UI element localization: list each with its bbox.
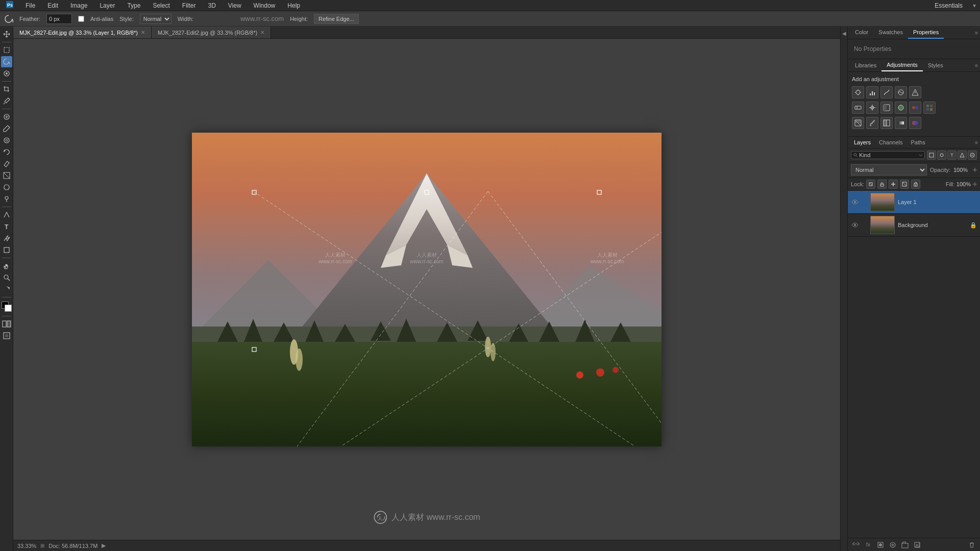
dodge-tool[interactable]	[1, 193, 12, 205]
adj-levels[interactable]	[866, 86, 878, 98]
fx-btn[interactable]: fx	[863, 540, 873, 550]
adj-selective-color[interactable]	[909, 117, 921, 129]
menu-type[interactable]: Type	[125, 1, 142, 10]
gradient-tool[interactable]	[1, 170, 12, 181]
adj-hue-sat[interactable]	[852, 102, 864, 114]
quick-mask-tool[interactable]	[1, 318, 12, 330]
adj-color-lookup[interactable]	[923, 102, 936, 114]
rotate-tool[interactable]	[1, 284, 12, 295]
adj-brightness[interactable]	[852, 86, 864, 98]
healing-brush-tool[interactable]	[1, 111, 12, 122]
hand-tool[interactable]	[1, 260, 12, 271]
tab-libraries[interactable]: Libraries	[850, 60, 881, 71]
lock-position-btn[interactable]	[889, 180, 898, 189]
tab-color[interactable]: Color	[850, 27, 873, 39]
rectangle-select-tool[interactable]	[1, 44, 12, 56]
link-layers-btn[interactable]	[851, 540, 861, 550]
adj-threshold[interactable]	[880, 117, 893, 129]
lock-all-btn[interactable]	[911, 180, 920, 189]
tab-adjustments[interactable]: Adjustments	[881, 59, 923, 71]
refine-edge-button[interactable]: Refine Edge...	[314, 14, 359, 24]
menu-ps[interactable]: Ps	[4, 0, 15, 11]
lock-artboard-btn[interactable]	[900, 180, 909, 189]
new-layer-btn[interactable]	[912, 540, 922, 550]
menu-file[interactable]: File	[23, 1, 37, 10]
adj-curves[interactable]	[880, 86, 893, 98]
layer-item-layer1[interactable]: Layer 1	[848, 191, 980, 214]
lasso-tool[interactable]	[1, 56, 12, 67]
screen-mode[interactable]	[1, 330, 12, 341]
menu-3d[interactable]: 3D	[206, 1, 217, 10]
tab-properties[interactable]: Properties	[908, 27, 944, 39]
menu-filter[interactable]: Filter	[180, 1, 198, 10]
menu-help[interactable]: Help	[285, 1, 302, 10]
layer-visibility-layer1[interactable]	[851, 198, 859, 206]
panel-collapse-btn[interactable]: ◀	[840, 27, 847, 551]
adj-gradient-map[interactable]	[895, 117, 907, 129]
pen-tool[interactable]	[1, 209, 12, 220]
eyedropper-tool[interactable]	[1, 95, 12, 107]
canvas-wrapper[interactable]: 人人素材 www.rr-sc.com 人人素材 www.rr-sc.com 人人…	[13, 39, 840, 540]
path-select-tool[interactable]	[1, 233, 12, 244]
status-expand[interactable]: ▶	[102, 542, 106, 549]
layer-visibility-background[interactable]	[851, 221, 859, 229]
tab-2-close[interactable]: ✕	[260, 30, 264, 35]
lock-transparent-btn[interactable]	[866, 180, 875, 189]
layers-search-dropdown-icon[interactable]	[918, 153, 922, 158]
workspace-expand-icon[interactable]: ▾	[973, 2, 976, 9]
menu-view[interactable]: View	[226, 1, 243, 10]
history-brush-tool[interactable]	[1, 146, 12, 158]
clone-stamp-tool[interactable]	[1, 135, 12, 146]
type-tool[interactable]: T	[1, 221, 12, 232]
adj-exposure[interactable]	[895, 86, 907, 98]
style-select[interactable]: Normal	[140, 14, 172, 24]
menu-layer[interactable]: Layer	[97, 1, 117, 10]
tab-paths[interactable]: Paths	[907, 137, 929, 148]
menu-image[interactable]: Image	[68, 1, 89, 10]
menu-select[interactable]: Select	[151, 1, 172, 10]
tab-layers[interactable]: Layers	[850, 137, 875, 148]
eraser-tool[interactable]	[1, 158, 12, 169]
tab-swatches[interactable]: Swatches	[873, 27, 908, 39]
group-btn[interactable]	[900, 540, 910, 550]
adjustment-btn[interactable]	[888, 540, 898, 550]
shape-tool[interactable]	[1, 244, 12, 256]
tab-1[interactable]: MJK_2827-Edit.jpg @ 33.3% (Layer 1, RGB/…	[13, 27, 152, 38]
adj-panel-expand-icon[interactable]: ≡	[975, 63, 978, 68]
layers-expand-icon[interactable]: ≡	[975, 140, 978, 145]
brush-tool[interactable]	[1, 123, 12, 134]
filter-smart[interactable]	[968, 151, 977, 160]
tab-styles[interactable]: Styles	[923, 60, 948, 71]
background-color[interactable]	[5, 305, 12, 312]
feather-input[interactable]	[46, 14, 72, 24]
adj-invert[interactable]	[852, 117, 864, 129]
filter-adjustment[interactable]	[937, 151, 946, 160]
tab-2[interactable]: MJK_2827-Edit2.jpg @ 33.3% (RGB/8*) ✕	[152, 27, 271, 38]
layers-search-input[interactable]	[859, 152, 916, 158]
antialias-checkbox[interactable]	[78, 16, 84, 22]
delete-layer-btn[interactable]	[967, 540, 977, 550]
quick-select-tool[interactable]	[1, 68, 12, 79]
panel-tab-expand-icon[interactable]: ≡	[975, 30, 978, 36]
adj-vibrance[interactable]	[909, 86, 921, 98]
crop-tool[interactable]	[1, 84, 12, 95]
move-tool[interactable]	[1, 29, 12, 40]
mask-btn[interactable]	[875, 540, 886, 550]
adj-channel-mixer[interactable]	[909, 102, 921, 114]
blend-mode-select[interactable]: Normal Dissolve Multiply Screen Overlay	[851, 164, 927, 176]
tab-channels[interactable]: Channels	[875, 137, 906, 148]
layer-item-background[interactable]: Background 🔒	[848, 214, 980, 237]
color-swatches[interactable]	[2, 302, 12, 312]
filter-shape[interactable]	[958, 151, 967, 160]
adj-bw[interactable]	[880, 102, 893, 114]
menu-window[interactable]: Window	[252, 1, 278, 10]
lock-image-btn[interactable]	[877, 180, 887, 189]
zoom-tool[interactable]	[1, 272, 12, 283]
menu-edit[interactable]: Edit	[45, 1, 60, 10]
blur-tool[interactable]	[1, 182, 12, 193]
adj-photo-filter[interactable]	[895, 102, 907, 114]
tab-1-close[interactable]: ✕	[141, 30, 145, 35]
filter-type[interactable]: T	[947, 151, 957, 160]
filter-pixel[interactable]	[927, 151, 936, 160]
adj-color-balance[interactable]	[866, 102, 878, 114]
